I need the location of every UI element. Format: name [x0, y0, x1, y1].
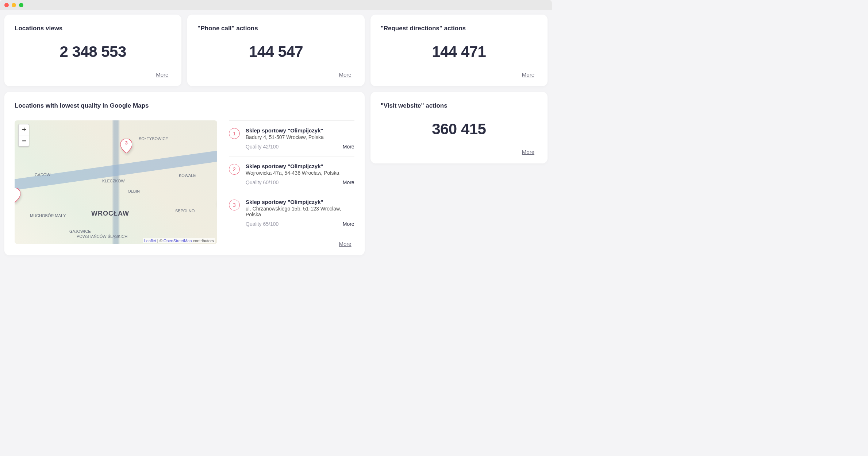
map-district-label: KLECZKÓW	[102, 179, 125, 183]
map-district-label: GĄDÓW	[35, 173, 50, 177]
map-zoom-controls: + −	[18, 124, 29, 147]
window-chrome	[0, 0, 552, 10]
traffic-light-minimize[interactable]	[12, 3, 16, 7]
location-info: Sklep sportowy "Olimpijczyk" Wojrowicka …	[246, 163, 354, 185]
location-quality: Quality 60/100	[246, 179, 279, 185]
location-name: Sklep sportowy "Olimpijczyk"	[246, 199, 354, 205]
location-address: ul. Chrzanowskiego 15b, 51-123 Wrocław, …	[246, 206, 354, 217]
location-info: Sklep sportowy "Olimpijczyk" Badury 4, 5…	[246, 127, 354, 150]
location-more-link[interactable]: More	[343, 144, 354, 150]
card-stat-value: 144 547	[197, 43, 354, 61]
map-and-list-section: + − SOŁTYSOWICE KOWALE KLECZKÓW OŁBIN SĘ…	[15, 120, 354, 247]
map-pin[interactable]: 3	[120, 139, 132, 153]
card-stat-value: 2 348 553	[15, 43, 171, 61]
more-link[interactable]: More	[336, 241, 354, 247]
map-district-label: POWSTAŃCÓW ŚLĄSKICH	[77, 234, 127, 239]
location-badge: 3	[229, 200, 240, 210]
card-stat-value: 144 471	[381, 43, 537, 61]
zoom-out-button[interactable]: −	[19, 135, 30, 146]
location-badge: 2	[229, 164, 240, 175]
more-link[interactable]: More	[336, 72, 354, 78]
list-item: 3 Sklep sportowy "Olimpijczyk" ul. Chrza…	[229, 192, 354, 233]
card-lowest-quality-locations: Locations with lowest quality in Google …	[4, 92, 365, 255]
map[interactable]: + − SOŁTYSOWICE KOWALE KLECZKÓW OŁBIN SĘ…	[15, 120, 217, 244]
card-phone-call-actions: "Phone call" actions 144 547 More	[187, 15, 364, 86]
map-district-label: MUCHOBÓR MAŁY	[30, 213, 66, 218]
location-info: Sklep sportowy "Olimpijczyk" ul. Chrzano…	[246, 199, 354, 227]
map-attribution: Leaflet | © OpenStreetMap contributors	[143, 238, 215, 243]
osm-link[interactable]: OpenStreetMap	[164, 239, 192, 243]
location-badge: 1	[229, 128, 240, 139]
location-name: Sklep sportowy "Olimpijczyk"	[246, 163, 354, 169]
location-list: 1 Sklep sportowy "Olimpijczyk" Badury 4,…	[229, 120, 354, 247]
card-request-directions-actions: "Request directions" actions 144 471 Mor…	[370, 15, 548, 86]
map-district-label: SĘPOLNO	[175, 209, 195, 213]
traffic-light-close[interactable]	[4, 3, 9, 7]
zoom-in-button[interactable]: +	[19, 124, 30, 135]
list-item: 2 Sklep sportowy "Olimpijczyk" Wojrowick…	[229, 156, 354, 192]
card-stat-value: 360 415	[381, 120, 537, 138]
card-title: "Request directions" actions	[381, 25, 537, 32]
card-visit-website-actions: "Visit website" actions 360 415 More	[370, 92, 548, 163]
location-quality: Quality 42/100	[246, 144, 279, 150]
location-more-link[interactable]: More	[343, 221, 354, 227]
more-link[interactable]: More	[519, 149, 537, 155]
more-link[interactable]: More	[519, 72, 537, 78]
dashboard-grid: Locations views 2 348 553 More "Phone ca…	[0, 10, 552, 260]
more-link[interactable]: More	[153, 72, 171, 78]
location-address: Wojrowicka 47a, 54-436 Wrocław, Polska	[246, 170, 354, 176]
location-name: Sklep sportowy "Olimpijczyk"	[246, 127, 354, 134]
location-more-link[interactable]: More	[343, 179, 354, 185]
card-title: "Visit website" actions	[381, 102, 537, 109]
map-pin-partial[interactable]	[15, 188, 20, 202]
leaflet-link[interactable]: Leaflet	[144, 239, 156, 243]
map-city-label: WROCŁAW	[91, 210, 129, 217]
card-title: "Phone call" actions	[197, 25, 354, 32]
card-title: Locations views	[15, 25, 171, 32]
map-district-label: GAJOWICE	[69, 229, 91, 233]
traffic-light-maximize[interactable]	[19, 3, 23, 7]
card-locations-views: Locations views 2 348 553 More	[4, 15, 181, 86]
pin-number: 3	[120, 140, 132, 146]
location-address: Badury 4, 51-507 Wrocław, Polska	[246, 134, 354, 140]
map-district-label: OŁBIN	[128, 189, 140, 193]
location-quality: Quality 65/100	[246, 221, 279, 227]
list-item: 1 Sklep sportowy "Olimpijczyk" Badury 4,…	[229, 120, 354, 156]
pin-icon	[15, 188, 20, 202]
map-district-label: SOŁTYSOWICE	[139, 136, 168, 141]
card-title: Locations with lowest quality in Google …	[15, 102, 354, 109]
map-district-label: KOWALE	[179, 173, 196, 178]
